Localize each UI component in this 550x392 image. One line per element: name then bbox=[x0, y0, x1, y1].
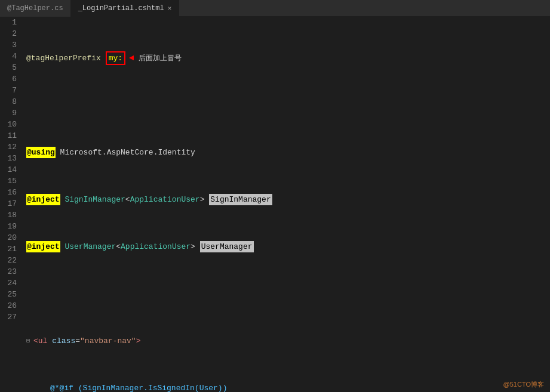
ul-close-bracket: > bbox=[136, 335, 141, 347]
code-line-4: @inject SignInManager < ApplicationUser … bbox=[26, 194, 550, 205]
angle-4: > bbox=[190, 241, 200, 252]
at-inject-1-box: @inject bbox=[26, 194, 60, 205]
eq1: = bbox=[75, 335, 80, 347]
user-manager-name: UserManager bbox=[200, 241, 254, 252]
code-line-3: @using Microsoft.AspNetCore.Identity bbox=[26, 147, 550, 158]
inject-1-text bbox=[60, 194, 65, 205]
angle-1: < bbox=[125, 194, 130, 205]
code-content: @tagHelperPrefix my: ◄ 后面加上冒号 @using Mic… bbox=[21, 17, 550, 392]
editor-container: @TagHelper.cs _LoginPartial.cshtml ✕ 1 2… bbox=[0, 0, 550, 392]
tab-bar: @TagHelper.cs _LoginPartial.cshtml ✕ bbox=[0, 0, 550, 17]
code-line-6 bbox=[26, 288, 550, 300]
app-user-1: ApplicationUser bbox=[130, 194, 200, 205]
angle-2: > bbox=[200, 194, 210, 205]
at-inject-2-box: @inject bbox=[26, 241, 60, 252]
angle-3: < bbox=[116, 241, 121, 252]
inject-2-text bbox=[60, 241, 65, 252]
ul-class-attr: class bbox=[52, 335, 75, 347]
code-area: 1 2 3 4 5 6 7 8 9 10 11 12 13 14 15 16 1… bbox=[0, 17, 550, 392]
code-line-5: @inject UserManager < ApplicationUser > … bbox=[26, 241, 550, 252]
at-keyword-1: @tagHelperPrefix bbox=[26, 53, 106, 64]
tab-loginpartial-label: _LoginPartial.cshtml bbox=[78, 4, 164, 13]
navbar-nav-val: "navbar-nav" bbox=[80, 335, 136, 347]
fold-icon-7[interactable]: ⊟ bbox=[26, 335, 32, 347]
red-arrow-icon: ◄ bbox=[129, 53, 134, 64]
line-numbers: 1 2 3 4 5 6 7 8 9 10 11 12 13 14 15 16 1… bbox=[0, 17, 21, 392]
code-line-2 bbox=[26, 100, 550, 111]
signin-manager-name: SignInManager bbox=[209, 194, 272, 205]
tab-loginpartial[interactable]: _LoginPartial.cshtml ✕ bbox=[71, 0, 180, 17]
close-tab-icon[interactable]: ✕ bbox=[168, 4, 172, 12]
code-line-7: ⊟ <ul class = "navbar-nav" > bbox=[26, 335, 550, 347]
tab-taghelper[interactable]: @TagHelper.cs bbox=[0, 0, 71, 17]
at-star-if: @*@if (SignInManager.IsSignedIn(User)) bbox=[50, 382, 227, 392]
code-line-8: @*@if (SignInManager.IsSignedIn(User)) bbox=[26, 382, 550, 392]
ul-tag: <ul bbox=[33, 335, 52, 347]
using-namespace: Microsoft.AspNetCore.Identity bbox=[56, 147, 195, 158]
my-prefix-box: my: bbox=[106, 51, 125, 65]
chinese-comment-1: 后面加上冒号 bbox=[136, 53, 181, 64]
at-using-box: @using bbox=[26, 147, 56, 158]
user-manager-type: UserManager bbox=[64, 241, 116, 252]
signin-manager-type: SignInManager bbox=[64, 194, 125, 205]
code-line-1: @tagHelperPrefix my: ◄ 后面加上冒号 bbox=[26, 53, 550, 64]
tab-taghelper-label: @TagHelper.cs bbox=[7, 4, 63, 13]
watermark: @51CTO博客 bbox=[503, 380, 544, 389]
app-user-2: ApplicationUser bbox=[121, 241, 190, 252]
